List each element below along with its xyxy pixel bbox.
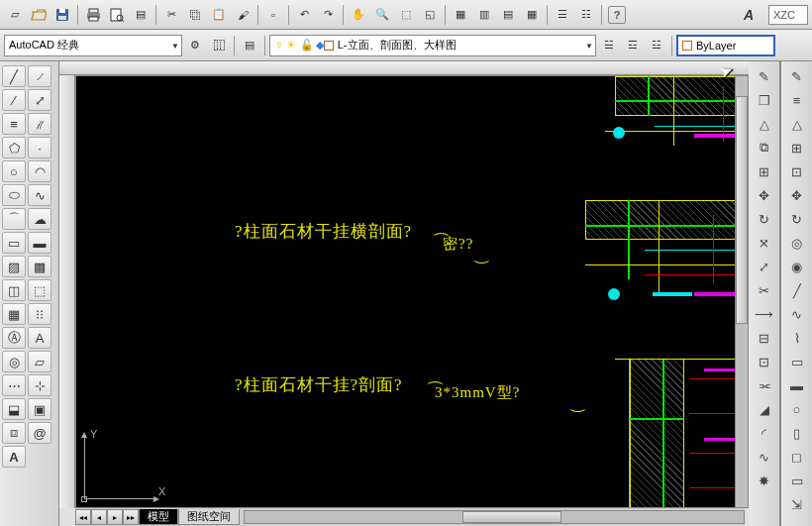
tab-model[interactable]: 模型 <box>139 509 178 525</box>
ellipse-tool[interactable]: ⬭ <box>2 184 26 206</box>
save-icon[interactable] <box>51 4 73 26</box>
region-tool[interactable]: ◫ <box>2 279 26 301</box>
scroll-thumb[interactable] <box>736 96 748 324</box>
first-tab-button[interactable]: ◂◂ <box>75 509 91 525</box>
array-tool[interactable]: ⊞ <box>753 160 776 182</box>
mask-tool[interactable]: ▱ <box>28 351 51 372</box>
zoom-prev-icon[interactable]: ◱ <box>419 4 441 26</box>
table-tool[interactable]: ▦ <box>2 303 26 325</box>
polygon-tool[interactable]: ⬠ <box>2 137 26 158</box>
workspace-settings-icon[interactable]: ⚙ <box>184 35 206 56</box>
preview-icon[interactable] <box>106 4 128 26</box>
matchprop-icon[interactable]: 🖌 <box>232 4 254 26</box>
blockedit-icon[interactable]: ▫ <box>262 4 284 26</box>
distance-icon[interactable]: ≡ <box>785 89 809 111</box>
next-tab-button[interactable]: ▸ <box>107 509 123 525</box>
line-tool[interactable]: ╱ <box>2 65 26 87</box>
dtext-tool[interactable]: A <box>28 327 51 349</box>
layer-prev-icon[interactable]: ☳ <box>646 35 667 56</box>
vspline-icon[interactable]: ⌇ <box>785 327 809 349</box>
boundary-tool[interactable]: ⬚ <box>28 279 51 301</box>
textstyle-current[interactable]: XZC <box>768 5 808 25</box>
nav1-icon[interactable]: ◎ <box>785 232 809 254</box>
attdef-tool[interactable]: @ <box>28 422 51 444</box>
square2-icon[interactable]: ◻ <box>785 446 809 468</box>
break-tool[interactable]: ⊟ <box>753 327 776 349</box>
block-tool[interactable]: ▣ <box>28 398 51 420</box>
stretch-tool[interactable]: ⤢ <box>753 256 776 277</box>
last-tab-button[interactable]: ▸▸ <box>123 509 139 525</box>
open-icon[interactable] <box>28 4 50 26</box>
layer-iso-icon[interactable]: ☲ <box>622 35 644 56</box>
trim-tool[interactable]: ✂ <box>753 279 776 301</box>
properties-icon[interactable]: ▦ <box>450 4 471 26</box>
export-icon[interactable]: ⇲ <box>785 493 809 515</box>
toolpal-icon[interactable]: ▤ <box>497 4 519 26</box>
color-dropdown[interactable]: ByLayer <box>676 35 775 56</box>
scrollbar-vertical[interactable] <box>735 75 749 508</box>
print-icon[interactable] <box>82 4 104 26</box>
panel3-icon[interactable]: ▯ <box>785 422 809 444</box>
group-icon[interactable]: ☰ <box>552 4 573 26</box>
move-tool[interactable]: ✥ <box>753 184 776 206</box>
scale-tool[interactable]: ⤧ <box>753 232 776 254</box>
orbit-icon[interactable]: ↻ <box>785 208 809 230</box>
paste-icon[interactable]: 📋 <box>208 4 230 26</box>
solid-tool[interactable]: ▬ <box>28 232 51 254</box>
highlighter-icon[interactable]: ✎ <box>785 65 809 87</box>
erase-tool[interactable]: ✎ <box>753 65 776 87</box>
vcurve-icon[interactable]: ∿ <box>785 303 809 325</box>
rect-tool[interactable]: ▭ <box>2 232 26 254</box>
chamfer-tool[interactable]: ◢ <box>753 398 776 420</box>
bigA-tool[interactable]: A <box>2 446 26 468</box>
multi-tool[interactable]: ⫽ <box>28 113 51 135</box>
layer-manager-icon[interactable]: ▤ <box>239 35 260 56</box>
panel4-icon[interactable]: ▭ <box>785 470 809 491</box>
mirror-tool[interactable]: △ <box>753 113 776 135</box>
pan-cross-icon[interactable]: ✥ <box>785 184 809 206</box>
circle2-icon[interactable]: ○ <box>785 398 809 420</box>
copy-icon[interactable]: ⿻ <box>184 4 206 26</box>
copy-tool[interactable]: ❐ <box>753 89 776 111</box>
help-icon[interactable]: ? <box>606 4 628 26</box>
sheetset-icon[interactable]: ▥ <box>473 4 495 26</box>
grid1-icon[interactable]: ⊞ <box>785 137 809 158</box>
scrollbar-horizontal[interactable] <box>244 510 745 524</box>
hatch-tool[interactable]: ▨ <box>2 256 26 277</box>
tab-paperspace[interactable]: 图纸空间 <box>178 509 240 525</box>
insert-tool[interactable]: ⬓ <box>2 398 26 420</box>
workspace-dropdown[interactable]: AutoCAD 经典 ▼ <box>4 35 182 56</box>
new-icon[interactable]: ▱ <box>4 4 26 26</box>
explode-tool[interactable]: ✸ <box>753 470 776 491</box>
breakat-tool[interactable]: ⊡ <box>753 351 776 372</box>
extend-tool[interactable]: ⟶ <box>753 303 776 325</box>
array-tool[interactable]: ⁝⁝ <box>28 303 51 325</box>
panel1-icon[interactable]: ▭ <box>785 351 809 372</box>
cut-icon[interactable]: ✂ <box>160 4 182 26</box>
quickcalc-icon[interactable]: ▦ <box>521 4 543 26</box>
mline-tool[interactable]: ≡ <box>2 113 26 135</box>
angle-icon[interactable]: △ <box>785 113 809 135</box>
zoom-window-icon[interactable]: ⬚ <box>395 4 417 26</box>
layer-state-icon[interactable]: ☱ <box>598 35 620 56</box>
workspace-save-icon[interactable]: ⿲ <box>208 35 230 56</box>
join-tool[interactable]: ⫘ <box>753 374 776 396</box>
donut-tool[interactable]: ◎ <box>2 351 26 372</box>
vline-icon[interactable]: ╱ <box>785 279 809 301</box>
pline-tool[interactable]: ⟋ <box>28 65 51 87</box>
textstyle-button[interactable]: A <box>735 4 762 26</box>
undo-icon[interactable]: ↶ <box>293 4 315 26</box>
xline-tool[interactable]: ∕ <box>2 89 26 111</box>
offset-tool[interactable]: ⧉ <box>753 137 776 158</box>
wblock-tool[interactable]: ⧈ <box>2 422 26 444</box>
rotate-tool[interactable]: ↻ <box>753 208 776 230</box>
redo-icon[interactable]: ↷ <box>317 4 339 26</box>
spline-tool[interactable]: ∿ <box>28 184 51 206</box>
nav2-icon[interactable]: ◉ <box>785 256 809 277</box>
circle-tool[interactable]: ○ <box>2 160 26 182</box>
publish-icon[interactable]: ▤ <box>130 4 152 26</box>
blend-tool[interactable]: ∿ <box>753 446 776 468</box>
fillet-tool[interactable]: ◜ <box>753 422 776 444</box>
prev-tab-button[interactable]: ◂ <box>91 509 107 525</box>
earc-tool[interactable]: ⌒ <box>2 208 26 230</box>
